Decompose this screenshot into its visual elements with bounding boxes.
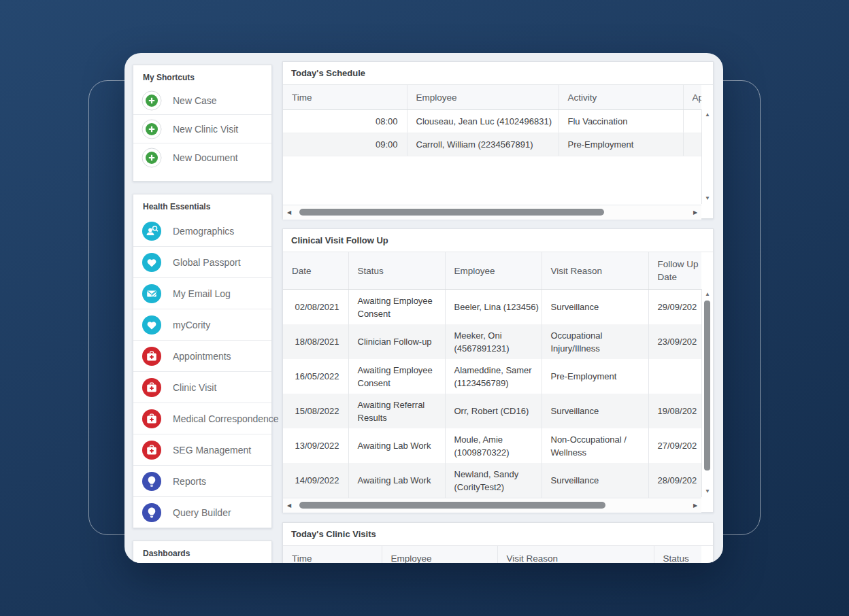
sidebar-item-global-passport[interactable]: Global Passport — [133, 246, 271, 277]
sidebar-item-medical-correspondence[interactable]: Medical Correspondence — [133, 403, 271, 434]
cell-visit-reason: Surveillance — [542, 290, 648, 324]
scroll-left-arrow[interactable]: ◀ — [284, 498, 294, 513]
cell-employee: Carroll, William (2234567891) — [407, 133, 559, 156]
medical-bag-icon — [142, 409, 162, 429]
panel-clinical-visit-follow-up: Clinical Visit Follow Up Date Status Emp… — [282, 228, 714, 513]
heart-icon — [142, 315, 162, 335]
follow-up-table: Date Status Employee Visit Reason Follow… — [283, 252, 701, 290]
sidebar-item-demographics[interactable]: Demographics — [133, 216, 271, 246]
table-row[interactable]: 14/09/2022 Awaiting Lab Work Newland, Sa… — [283, 463, 701, 498]
vertical-scrollbar[interactable]: ▲ ▼ — [701, 109, 713, 204]
table-row[interactable]: 02/08/2021 Awaiting Employee Consent Bee… — [283, 290, 701, 324]
scroll-left-arrow[interactable]: ◀ — [284, 205, 294, 220]
sidebar-item-label: Reports — [173, 476, 206, 487]
cell-activity: Flu Vaccination — [559, 110, 683, 133]
sidebar-item-seg-management[interactable]: SEG Management — [133, 434, 271, 465]
table-row[interactable]: 16/05/2022 Awaiting Employee Consent Ala… — [283, 359, 701, 394]
scroll-up-arrow[interactable]: ▲ — [702, 290, 713, 298]
sidebar-item-mycority[interactable]: myCority — [133, 309, 271, 340]
cell-status: Awaiting Employee Consent — [348, 290, 445, 324]
sidebar-item-query-builder[interactable]: Query Builder — [133, 496, 271, 528]
table-row[interactable]: 13/09/2022 Awaiting Lab Work Moule, Amie… — [283, 428, 701, 463]
scroll-right-arrow[interactable]: ▶ — [690, 498, 700, 513]
app-window: My Shortcuts New Case New Clinic Visit N… — [124, 53, 723, 563]
cell-time: 08:00 — [283, 110, 407, 133]
sidebar-item-label: New Clinic Visit — [173, 124, 238, 135]
column-header-activity[interactable]: Activity — [559, 85, 683, 110]
scroll-up-arrow[interactable]: ▲ — [702, 111, 713, 119]
sidebar-item-label: Demographics — [173, 226, 234, 237]
lightbulb-icon — [142, 471, 162, 492]
column-header-time[interactable]: Time — [283, 85, 407, 110]
cell-visit-reason: Surveillance — [542, 463, 648, 498]
sidebar-section-my-shortcuts: My Shortcuts New Case New Clinic Visit N… — [133, 65, 272, 182]
column-header-status[interactable]: Status — [654, 546, 701, 563]
sidebar-item-clinic-visit[interactable]: Clinic Visit — [133, 371, 271, 403]
sidebar-item-health-essentials-dashboard[interactable]: Health Essentials — [133, 562, 271, 563]
main-content: Today's Schedule Time Employee Activity … — [282, 61, 714, 563]
table-header-row: Time Employee Activity Ap — [283, 85, 701, 110]
column-header-employee[interactable]: Employee — [407, 85, 559, 110]
column-header-employee[interactable]: Employee — [382, 546, 497, 563]
scroll-right-arrow[interactable]: ▶ — [690, 205, 700, 220]
cell-date: 13/09/2022 — [283, 428, 348, 463]
cell-follow-up-date: 28/09/202 — [648, 463, 701, 498]
sidebar-item-my-email-log[interactable]: My Email Log — [133, 277, 271, 309]
cell-employee: Newland, Sandy (CorityTest2) — [445, 463, 542, 498]
sidebar-item-reports[interactable]: Reports — [133, 465, 271, 496]
sidebar-item-label: Query Builder — [173, 507, 231, 518]
empty-rows-area — [283, 156, 701, 205]
sidebar-item-label: Global Passport — [173, 257, 241, 268]
scroll-down-arrow[interactable]: ▼ — [702, 194, 713, 203]
cell-follow-up-date: 23/09/202 — [648, 324, 701, 359]
column-header-time[interactable]: Time — [283, 546, 382, 563]
column-header-visit-reason[interactable]: Visit Reason — [542, 252, 648, 290]
panel-title: Today's Clinic Visits — [283, 523, 713, 546]
cell-date: 14/09/2022 — [283, 463, 348, 498]
column-header-follow-up-date[interactable]: Follow Up Date — [648, 252, 701, 290]
scrollbar-thumb[interactable] — [299, 502, 605, 509]
sidebar-item-label: New Case — [173, 95, 217, 106]
table-row[interactable]: 09:00 Carroll, William (2234567891) Pre-… — [283, 133, 701, 156]
column-header-employee[interactable]: Employee — [445, 252, 542, 290]
scrollbar-thumb[interactable] — [299, 209, 604, 216]
column-header-appointment[interactable]: Ap — [683, 85, 701, 110]
sidebar-section-dashboards: Dashboards Health Essentials — [133, 541, 272, 563]
cell-activity: Pre-Employment — [559, 133, 683, 156]
cell-date: 18/08/2021 — [283, 324, 348, 359]
table-header-row: Time Employee Visit Reason Status — [283, 546, 701, 563]
horizontal-scrollbar[interactable]: ◀ ▶ — [283, 205, 701, 220]
panel-todays-clinic-visits: Today's Clinic Visits Time Employee Visi… — [282, 522, 714, 563]
sidebar-item-appointments[interactable]: Appointments — [133, 340, 271, 371]
sidebar-item-label: My Email Log — [173, 288, 231, 299]
sidebar-item-label: SEG Management — [173, 445, 251, 456]
cell-time: 09:00 — [283, 133, 407, 156]
table-row[interactable]: 15/08/2022 Awaiting Referral Results Orr… — [283, 394, 701, 428]
cell-status: Clinician Follow-up — [348, 324, 445, 359]
column-header-date[interactable]: Date — [283, 252, 348, 290]
sidebar-item-label: Medical Correspondence — [173, 413, 279, 424]
column-header-visit-reason[interactable]: Visit Reason — [497, 546, 654, 563]
cell-follow-up-date: 27/09/202 — [648, 428, 701, 463]
plus-circle-icon — [142, 119, 162, 139]
table-row[interactable]: 18/08/2021 Clinician Follow-up Meeker, O… — [283, 324, 701, 359]
plus-circle-icon — [142, 90, 162, 111]
sidebar-item-new-document[interactable]: New Document — [133, 143, 271, 171]
clinic-visits-table: Time Employee Visit Reason Status — [283, 546, 701, 563]
panel-todays-schedule: Today's Schedule Time Employee Activity … — [282, 61, 714, 219]
horizontal-scrollbar[interactable]: ◀ ▶ — [283, 498, 701, 513]
scroll-down-arrow[interactable]: ▼ — [702, 487, 713, 496]
cell-employee: Orr, Robert (CD16) — [445, 394, 542, 428]
section-title: Dashboards — [133, 541, 271, 562]
sidebar-item-new-case[interactable]: New Case — [133, 86, 271, 114]
heart-icon — [142, 252, 162, 273]
scrollbar-thumb[interactable] — [704, 301, 710, 470]
cell-status: Awaiting Referral Results — [348, 394, 445, 428]
cell-follow-up-date: 29/09/202 — [648, 290, 701, 324]
sidebar-item-new-clinic-visit[interactable]: New Clinic Visit — [133, 114, 271, 143]
table-header-row: Date Status Employee Visit Reason Follow… — [283, 252, 701, 290]
medical-bag-icon — [142, 440, 162, 460]
table-row[interactable]: 08:00 Clouseau, Jean Luc (4102496831) Fl… — [283, 110, 701, 133]
vertical-scrollbar[interactable]: ▲ ▼ — [701, 289, 713, 497]
column-header-status[interactable]: Status — [348, 252, 445, 290]
